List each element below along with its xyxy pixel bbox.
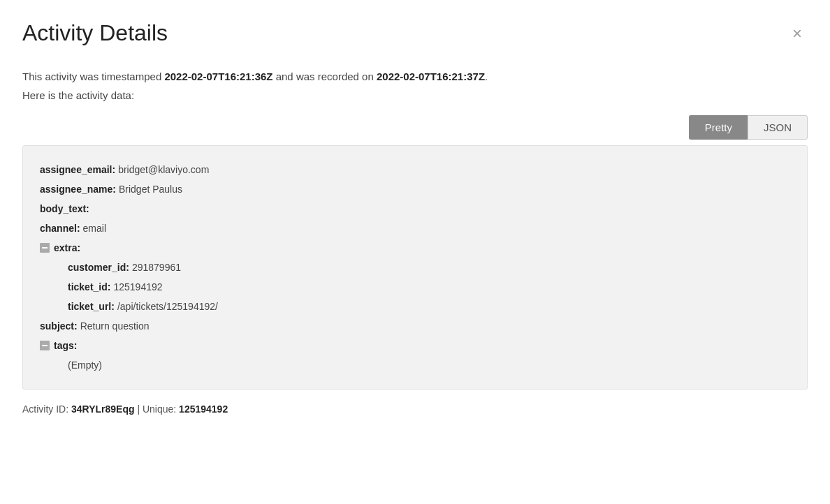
activity-id: 34RYLr89Eqg: [71, 403, 135, 415]
customer-id-row: customer_id: 291879961: [68, 258, 790, 277]
tags-empty-value: (Empty): [68, 355, 102, 375]
data-panel: assignee_email: bridget@klaviyo.com assi…: [22, 145, 808, 390]
assignee-email-row: assignee_email: bridget@klaviyo.com: [40, 160, 790, 179]
assignee-name-value: Bridget Paulus: [119, 179, 182, 199]
description-line1: This activity was timestamped 2022-02-07…: [22, 68, 808, 85]
assignee-email-key: assignee_email:: [40, 160, 115, 179]
view-toggle: Pretty JSON: [22, 115, 808, 140]
timestamp2: 2022-02-07T16:21:37Z: [377, 71, 485, 82]
timestamp1: 2022-02-07T16:21:36Z: [164, 71, 272, 82]
extra-collapse-icon[interactable]: [40, 243, 50, 253]
footer-separator: | Unique:: [135, 403, 180, 415]
extra-section-header: extra:: [40, 238, 790, 258]
close-button[interactable]: ×: [787, 22, 808, 45]
channel-value: email: [83, 218, 106, 238]
extra-key: extra:: [54, 238, 80, 258]
subject-row: subject: Return question: [40, 316, 790, 336]
modal: Activity Details × This activity was tim…: [0, 0, 830, 504]
ticket-id-row: ticket_id: 125194192: [68, 277, 790, 297]
ticket-url-row: ticket_url: /api/tickets/125194192/: [68, 297, 790, 316]
ticket-id-value: 125194192: [113, 277, 162, 297]
pretty-button[interactable]: Pretty: [689, 115, 748, 140]
description-prefix: This activity was timestamped: [22, 71, 164, 82]
tags-collapse-icon[interactable]: [40, 341, 50, 350]
tags-nested-data: (Empty): [40, 355, 790, 375]
tags-section-header: tags:: [40, 336, 790, 355]
subject-key: subject:: [40, 316, 78, 336]
tags-empty-row: (Empty): [68, 355, 790, 375]
footer-prefix: Activity ID:: [22, 403, 71, 415]
modal-header: Activity Details ×: [22, 20, 808, 46]
customer-id-key: customer_id:: [68, 258, 129, 277]
assignee-email-value: bridget@klaviyo.com: [118, 160, 209, 179]
channel-key: channel:: [40, 218, 80, 238]
unique-id: 125194192: [179, 403, 228, 415]
customer-id-value: 291879961: [132, 258, 181, 277]
body-text-key: body_text:: [40, 199, 89, 218]
ticket-url-key: ticket_url:: [68, 297, 115, 316]
description-line2: Here is the activity data:: [22, 89, 808, 101]
ticket-url-value: /api/tickets/125194192/: [117, 297, 218, 316]
json-button[interactable]: JSON: [748, 115, 808, 140]
description-suffix: .: [485, 71, 488, 82]
assignee-name-row: assignee_name: Bridget Paulus: [40, 179, 790, 199]
body-text-row: body_text:: [40, 199, 790, 218]
description-middle: and was recorded on: [273, 71, 377, 82]
footer: Activity ID: 34RYLr89Eqg | Unique: 12519…: [22, 403, 808, 415]
assignee-name-key: assignee_name:: [40, 179, 116, 199]
channel-row: channel: email: [40, 218, 790, 238]
modal-title: Activity Details: [22, 20, 168, 46]
extra-nested-data: customer_id: 291879961 ticket_id: 125194…: [40, 258, 790, 316]
tags-key: tags:: [54, 336, 77, 355]
subject-value: Return question: [80, 316, 150, 336]
ticket-id-key: ticket_id:: [68, 277, 110, 297]
